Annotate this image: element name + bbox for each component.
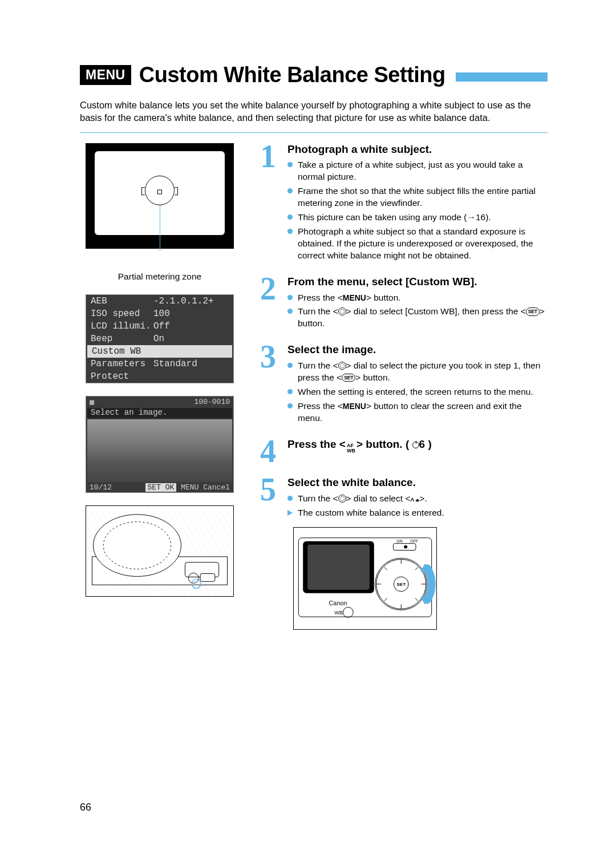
dial-icon xyxy=(338,495,346,503)
step-5-title: Select the white balance. xyxy=(287,476,444,489)
step-5-item: Turn the <> dial to select <>. xyxy=(287,493,444,505)
svg-point-28 xyxy=(404,545,407,549)
step-1-item: This picture can be taken using any mode… xyxy=(287,212,548,224)
camera-top-illustration xyxy=(86,505,234,597)
intro-paragraph: Custom white balance lets you set the wh… xyxy=(80,99,548,124)
menu-button-icon: MENU xyxy=(343,402,366,411)
step-1-item: Frame the shot so that the white subject… xyxy=(287,185,548,209)
step-5: 5 Select the white balance. Turn the <> … xyxy=(260,476,548,521)
af-wb-button-icon: AFWB xyxy=(347,443,355,454)
page-number: 66 xyxy=(80,801,91,813)
lcd-menu-figure: AEB-2.1.0.1.2+ ISO speed100 LCD illumi.O… xyxy=(86,294,234,383)
step-3: 3 Select the image. Turn the <> dial to … xyxy=(260,343,548,426)
svg-text:WB: WB xyxy=(335,610,343,616)
step-2-title: From the menu, select [Custom WB]. xyxy=(287,276,548,289)
title-accent-bar xyxy=(456,72,548,82)
menu-button-icon: MENU xyxy=(343,293,366,302)
section-divider xyxy=(80,132,548,133)
page-title: Custom White Balance Setting xyxy=(139,63,445,87)
menu-badge: MENU xyxy=(80,65,131,85)
svg-rect-9 xyxy=(307,545,370,590)
set-button-icon: SET xyxy=(342,374,355,382)
step-3-item: When the setting is entered, the screen … xyxy=(287,386,548,398)
step-2-item: Turn the <> dial to select [Custom WB], … xyxy=(287,306,548,330)
step-3-item: Press the <MENU> button to clear the scr… xyxy=(287,400,548,424)
set-button-icon: SET xyxy=(526,307,540,315)
page-heading: MENU Custom White Balance Setting xyxy=(80,63,548,87)
step-4: 4 Press the <AFWB> button. ( 6 ) xyxy=(260,438,548,465)
viewfinder-caption: Partial metering zone xyxy=(80,272,240,282)
step-3-title: Select the image. xyxy=(287,343,548,357)
step-1: 1 Photograph a white subject. Take a pic… xyxy=(260,143,548,264)
dial-icon xyxy=(338,307,346,315)
svg-text:Canon: Canon xyxy=(329,600,347,606)
svg-text:ON: ON xyxy=(396,539,402,543)
step-1-item: Take a picture of a white subject, just … xyxy=(287,159,548,183)
camera-back-illustration: Canon WB S xyxy=(293,527,437,630)
step-1-item: Photograph a white subject so that a sta… xyxy=(287,226,548,262)
custom-wb-icon xyxy=(410,496,419,502)
step-1-title: Photograph a white subject. xyxy=(287,143,548,156)
svg-point-1 xyxy=(93,514,181,576)
lcd-select-figure: ▦100-0010 Select an image. 10/12 SET OK … xyxy=(86,396,234,493)
step-4-title: Press the <AFWB> button. ( 6 ) xyxy=(287,438,432,454)
step-5-result: The custom white balance is entered. xyxy=(287,507,444,519)
step-2: 2 From the menu, select [Custom WB]. Pre… xyxy=(260,276,548,333)
step-3-item: Turn the <> dial to select the picture y… xyxy=(287,360,548,384)
svg-text:OFF: OFF xyxy=(410,539,418,543)
timer-icon xyxy=(412,442,419,448)
viewfinder-figure: Partial metering zone xyxy=(80,143,240,282)
dial-icon xyxy=(338,362,346,370)
svg-rect-5 xyxy=(200,573,215,581)
svg-text:SET: SET xyxy=(397,582,406,587)
step-2-item: Press the <MENU> button. xyxy=(287,292,548,304)
